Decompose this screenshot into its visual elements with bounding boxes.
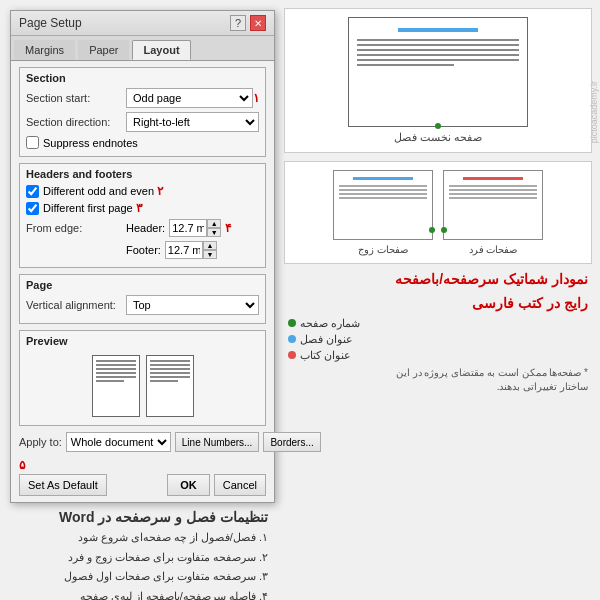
preview-line-10	[150, 372, 190, 374]
footer-up-arrow[interactable]: ▲	[203, 241, 217, 250]
preview-line-7	[150, 360, 190, 362]
dialog-title: Page Setup	[19, 16, 82, 30]
preview-page-left	[92, 355, 140, 417]
legend-dot-3	[288, 351, 296, 359]
ok-button[interactable]: OK	[167, 474, 210, 496]
section-start-label: Section start:	[26, 92, 126, 104]
footer-down-arrow[interactable]: ▼	[203, 250, 217, 259]
even-line-2	[339, 189, 427, 191]
annot-1: ١	[253, 91, 259, 105]
section-start-select[interactable]: Odd page	[126, 88, 253, 108]
header-spinner: ▲ ▼	[207, 219, 221, 237]
preview-pages	[26, 351, 259, 421]
diff-first-page-label: Different first page	[43, 202, 133, 214]
desc-title-line1: نمودار شماتیک سرصفحه/باصفحه	[288, 270, 588, 290]
odd-header-line	[463, 177, 523, 180]
list-item-4: ۴. فاصله سرصفحه/باصفحه از لبه‌ی صفحه	[12, 588, 268, 600]
even-page-dot	[429, 227, 435, 233]
v-align-row: Vertical alignment: Top	[26, 295, 259, 315]
line-numbers-button[interactable]: Line Numbers...	[175, 432, 260, 452]
preview-line-1	[96, 360, 136, 362]
diff-first-page-checkbox[interactable]	[26, 202, 39, 215]
preview-title: Preview	[26, 335, 259, 347]
odd-line-2	[449, 189, 537, 191]
titlebar-controls: ? ✕	[230, 15, 266, 31]
apply-to-row: Apply to: Whole document Line Numbers...…	[19, 432, 266, 452]
list-item-1: ١. فصل/فصول از چه صفحه‌ای شروع شود	[12, 529, 268, 547]
tab-paper[interactable]: Paper	[78, 40, 129, 60]
apply-to-select[interactable]: Whole document	[66, 432, 171, 452]
odd-line-4	[449, 197, 537, 199]
annot-5: ۵	[19, 458, 25, 472]
set-default-button[interactable]: Set As Default	[19, 474, 107, 496]
dialog-titlebar: Page Setup ? ✕	[11, 11, 274, 36]
right-desc: نمودار شماتیک سرصفحه/باصفحه رایج در کتب …	[284, 270, 592, 394]
section-group: Section Section start: Odd page ١ Sectio…	[19, 67, 266, 157]
headers-footers-group: Headers and footers Different odd and ev…	[19, 163, 266, 268]
even-page-wrapper: صفحات زوج	[333, 170, 433, 255]
first-page-label: صفحه نخست فصل	[293, 131, 583, 144]
header-input[interactable]	[169, 219, 207, 237]
footer-input[interactable]	[165, 241, 203, 259]
legend-item-2: عنوان فصل	[288, 333, 588, 346]
v-align-select[interactable]: Top	[126, 295, 259, 315]
help-button[interactable]: ?	[230, 15, 246, 31]
list-item-3: ٣. سرصفحه متفاوت برای صفحات اول فصول	[12, 568, 268, 586]
right-panel: صفحه نخست فصل pictoacademy.ir	[280, 0, 600, 600]
preview-line-8	[150, 364, 190, 366]
section-direction-row: Section direction: Right-to-left	[26, 112, 259, 132]
legend-list: شماره صفحه عنوان فصل عنوان کتاب	[288, 317, 588, 362]
apply-to-label: Apply to:	[19, 436, 62, 448]
suppress-endnotes-checkbox[interactable]	[26, 136, 39, 149]
header-up-arrow[interactable]: ▲	[207, 219, 221, 228]
bottom-section: تنظیمات فصل و سرصفحه در Word ١. فصل/فصول…	[10, 509, 270, 600]
odd-page	[443, 170, 543, 240]
section-group-title: Section	[26, 72, 259, 84]
preview-line-9	[150, 368, 190, 370]
bottom-list: ١. فصل/فصول از چه صفحه‌ای شروع شود ٢. سر…	[12, 529, 268, 600]
from-edge-label: From edge:	[26, 222, 126, 234]
preview-line-11	[150, 376, 190, 378]
preview-line-2	[96, 364, 136, 366]
action-row: Set As Default OK Cancel	[19, 474, 266, 496]
annot-3: ٣	[136, 201, 142, 215]
page-group: Page Vertical alignment: Top	[19, 274, 266, 324]
tab-bar: Margins Paper Layout	[11, 36, 274, 61]
watermark: pictoacademy.ir	[589, 81, 599, 143]
section-start-row: Section start: Odd page ١	[26, 88, 259, 108]
note-text: * صفحه‌ها ممکن است به مقتضای پروژه در ای…	[288, 366, 588, 394]
diff-odd-even-checkbox[interactable]	[26, 185, 39, 198]
header-label: Header:	[126, 222, 165, 234]
tab-layout[interactable]: Layout	[132, 40, 190, 60]
odd-page-label: صفحات فرد	[469, 244, 518, 255]
preview-line-4	[96, 372, 136, 374]
page-group-title: Page	[26, 279, 259, 291]
tab-margins[interactable]: Margins	[14, 40, 75, 60]
footer-row: Footer: ▲ ▼	[26, 241, 259, 259]
legend-dot-1	[288, 319, 296, 327]
legend-item-1: شماره صفحه	[288, 317, 588, 330]
diagram-bottom: صفحات زوج صفحات فرد	[284, 161, 592, 264]
pp-text-2	[357, 44, 519, 46]
legend-label-1: شماره صفحه	[300, 317, 360, 330]
dialog-content: Section Section start: Odd page ١ Sectio…	[11, 61, 274, 502]
v-align-label: Vertical alignment:	[26, 299, 126, 311]
even-page-label: صفحات زوج	[358, 244, 408, 255]
suppress-endnotes-row: Suppress endnotes	[26, 136, 259, 149]
main-container: Page Setup ? ✕ Margins Paper Layout Sect…	[0, 0, 600, 600]
desc-title-line2: رایج در کتب فارسی	[288, 294, 588, 314]
close-button[interactable]: ✕	[250, 15, 266, 31]
legend-dot-2	[288, 335, 296, 343]
diff-odd-even-row: Different odd and even ٢	[26, 184, 259, 198]
legend-item-3: عنوان کتاب	[288, 349, 588, 362]
header-row: From edge: Header: ▲ ▼ ۴	[26, 219, 259, 237]
preview-line-6	[96, 380, 124, 382]
header-down-arrow[interactable]: ▼	[207, 228, 221, 237]
legend-label-2: عنوان فصل	[300, 333, 353, 346]
diff-first-page-row: Different first page ٣	[26, 201, 259, 215]
even-header-line	[353, 177, 413, 180]
section-direction-select[interactable]: Right-to-left	[126, 112, 259, 132]
odd-line-3	[449, 193, 537, 195]
diagram-top: صفحه نخست فصل pictoacademy.ir	[284, 8, 592, 153]
cancel-button[interactable]: Cancel	[214, 474, 266, 496]
